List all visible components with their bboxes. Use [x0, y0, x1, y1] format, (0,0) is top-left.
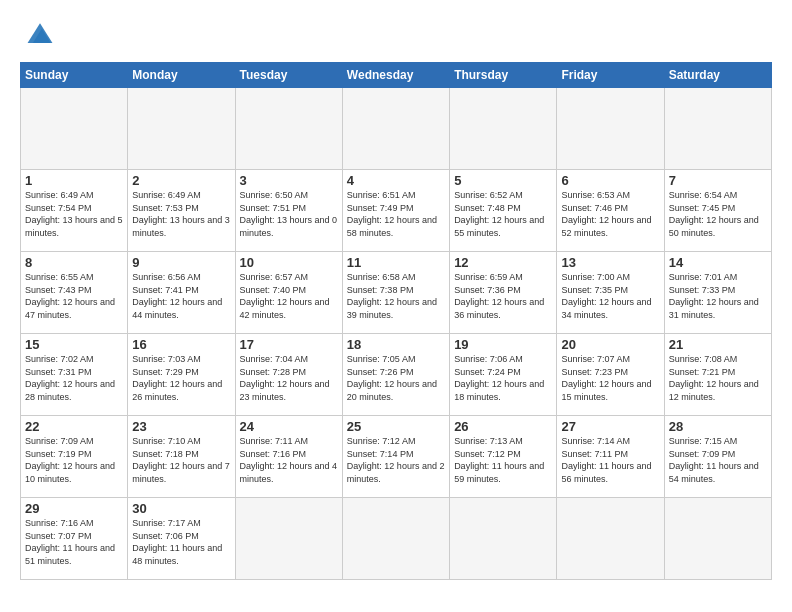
header-cell-wednesday: Wednesday — [342, 63, 449, 88]
day-number: 8 — [25, 255, 123, 270]
day-cell: 17Sunrise: 7:04 AMSunset: 7:28 PMDayligh… — [235, 334, 342, 416]
day-cell: 3Sunrise: 6:50 AMSunset: 7:51 PMDaylight… — [235, 170, 342, 252]
day-number: 28 — [669, 419, 767, 434]
week-row-1: 1Sunrise: 6:49 AMSunset: 7:54 PMDaylight… — [21, 170, 772, 252]
day-cell: 19Sunrise: 7:06 AMSunset: 7:24 PMDayligh… — [450, 334, 557, 416]
day-cell: 27Sunrise: 7:14 AMSunset: 7:11 PMDayligh… — [557, 416, 664, 498]
day-info: Sunrise: 7:04 AMSunset: 7:28 PMDaylight:… — [240, 353, 338, 403]
day-info: Sunrise: 6:53 AMSunset: 7:46 PMDaylight:… — [561, 189, 659, 239]
day-number: 22 — [25, 419, 123, 434]
day-number: 6 — [561, 173, 659, 188]
logo-icon — [24, 18, 56, 50]
day-info: Sunrise: 7:03 AMSunset: 7:29 PMDaylight:… — [132, 353, 230, 403]
day-number: 24 — [240, 419, 338, 434]
day-info: Sunrise: 7:06 AMSunset: 7:24 PMDaylight:… — [454, 353, 552, 403]
header-row: SundayMondayTuesdayWednesdayThursdayFrid… — [21, 63, 772, 88]
day-info: Sunrise: 7:15 AMSunset: 7:09 PMDaylight:… — [669, 435, 767, 485]
calendar-table: SundayMondayTuesdayWednesdayThursdayFrid… — [20, 62, 772, 580]
day-number: 9 — [132, 255, 230, 270]
day-info: Sunrise: 7:12 AMSunset: 7:14 PMDaylight:… — [347, 435, 445, 485]
day-cell — [21, 88, 128, 170]
day-cell: 4Sunrise: 6:51 AMSunset: 7:49 PMDaylight… — [342, 170, 449, 252]
day-number: 13 — [561, 255, 659, 270]
day-cell — [450, 498, 557, 580]
day-cell — [128, 88, 235, 170]
header-cell-saturday: Saturday — [664, 63, 771, 88]
logo — [20, 18, 56, 50]
day-number: 25 — [347, 419, 445, 434]
day-info: Sunrise: 6:49 AMSunset: 7:53 PMDaylight:… — [132, 189, 230, 239]
day-cell: 16Sunrise: 7:03 AMSunset: 7:29 PMDayligh… — [128, 334, 235, 416]
header — [20, 18, 772, 50]
day-info: Sunrise: 6:59 AMSunset: 7:36 PMDaylight:… — [454, 271, 552, 321]
day-cell: 21Sunrise: 7:08 AMSunset: 7:21 PMDayligh… — [664, 334, 771, 416]
day-number: 10 — [240, 255, 338, 270]
day-info: Sunrise: 7:02 AMSunset: 7:31 PMDaylight:… — [25, 353, 123, 403]
day-number: 18 — [347, 337, 445, 352]
day-cell — [664, 88, 771, 170]
day-number: 3 — [240, 173, 338, 188]
day-cell: 2Sunrise: 6:49 AMSunset: 7:53 PMDaylight… — [128, 170, 235, 252]
day-cell: 24Sunrise: 7:11 AMSunset: 7:16 PMDayligh… — [235, 416, 342, 498]
week-row-2: 8Sunrise: 6:55 AMSunset: 7:43 PMDaylight… — [21, 252, 772, 334]
day-info: Sunrise: 7:01 AMSunset: 7:33 PMDaylight:… — [669, 271, 767, 321]
day-number: 17 — [240, 337, 338, 352]
page: SundayMondayTuesdayWednesdayThursdayFrid… — [0, 0, 792, 590]
day-cell: 15Sunrise: 7:02 AMSunset: 7:31 PMDayligh… — [21, 334, 128, 416]
day-info: Sunrise: 6:50 AMSunset: 7:51 PMDaylight:… — [240, 189, 338, 239]
day-number: 12 — [454, 255, 552, 270]
day-cell: 7Sunrise: 6:54 AMSunset: 7:45 PMDaylight… — [664, 170, 771, 252]
day-number: 2 — [132, 173, 230, 188]
day-cell — [235, 88, 342, 170]
day-cell: 22Sunrise: 7:09 AMSunset: 7:19 PMDayligh… — [21, 416, 128, 498]
week-row-3: 15Sunrise: 7:02 AMSunset: 7:31 PMDayligh… — [21, 334, 772, 416]
day-cell: 26Sunrise: 7:13 AMSunset: 7:12 PMDayligh… — [450, 416, 557, 498]
header-cell-monday: Monday — [128, 63, 235, 88]
day-info: Sunrise: 7:00 AMSunset: 7:35 PMDaylight:… — [561, 271, 659, 321]
day-number: 14 — [669, 255, 767, 270]
header-cell-sunday: Sunday — [21, 63, 128, 88]
day-cell: 10Sunrise: 6:57 AMSunset: 7:40 PMDayligh… — [235, 252, 342, 334]
day-number: 19 — [454, 337, 552, 352]
day-number: 23 — [132, 419, 230, 434]
day-number: 21 — [669, 337, 767, 352]
header-cell-thursday: Thursday — [450, 63, 557, 88]
day-info: Sunrise: 7:07 AMSunset: 7:23 PMDaylight:… — [561, 353, 659, 403]
day-cell: 23Sunrise: 7:10 AMSunset: 7:18 PMDayligh… — [128, 416, 235, 498]
day-cell: 12Sunrise: 6:59 AMSunset: 7:36 PMDayligh… — [450, 252, 557, 334]
week-row-0 — [21, 88, 772, 170]
day-info: Sunrise: 7:10 AMSunset: 7:18 PMDaylight:… — [132, 435, 230, 485]
day-cell — [342, 88, 449, 170]
day-cell: 5Sunrise: 6:52 AMSunset: 7:48 PMDaylight… — [450, 170, 557, 252]
day-number: 7 — [669, 173, 767, 188]
day-cell: 25Sunrise: 7:12 AMSunset: 7:14 PMDayligh… — [342, 416, 449, 498]
day-cell: 28Sunrise: 7:15 AMSunset: 7:09 PMDayligh… — [664, 416, 771, 498]
day-info: Sunrise: 7:08 AMSunset: 7:21 PMDaylight:… — [669, 353, 767, 403]
day-cell: 30Sunrise: 7:17 AMSunset: 7:06 PMDayligh… — [128, 498, 235, 580]
week-row-4: 22Sunrise: 7:09 AMSunset: 7:19 PMDayligh… — [21, 416, 772, 498]
day-number: 26 — [454, 419, 552, 434]
day-cell — [235, 498, 342, 580]
day-cell — [450, 88, 557, 170]
day-cell: 11Sunrise: 6:58 AMSunset: 7:38 PMDayligh… — [342, 252, 449, 334]
day-number: 4 — [347, 173, 445, 188]
day-cell: 13Sunrise: 7:00 AMSunset: 7:35 PMDayligh… — [557, 252, 664, 334]
day-info: Sunrise: 6:55 AMSunset: 7:43 PMDaylight:… — [25, 271, 123, 321]
day-cell: 1Sunrise: 6:49 AMSunset: 7:54 PMDaylight… — [21, 170, 128, 252]
day-number: 30 — [132, 501, 230, 516]
day-cell: 18Sunrise: 7:05 AMSunset: 7:26 PMDayligh… — [342, 334, 449, 416]
day-number: 15 — [25, 337, 123, 352]
day-cell — [342, 498, 449, 580]
day-number: 1 — [25, 173, 123, 188]
day-cell — [664, 498, 771, 580]
day-info: Sunrise: 6:56 AMSunset: 7:41 PMDaylight:… — [132, 271, 230, 321]
day-cell: 14Sunrise: 7:01 AMSunset: 7:33 PMDayligh… — [664, 252, 771, 334]
day-number: 27 — [561, 419, 659, 434]
week-row-5: 29Sunrise: 7:16 AMSunset: 7:07 PMDayligh… — [21, 498, 772, 580]
day-info: Sunrise: 6:58 AMSunset: 7:38 PMDaylight:… — [347, 271, 445, 321]
day-info: Sunrise: 7:05 AMSunset: 7:26 PMDaylight:… — [347, 353, 445, 403]
day-number: 20 — [561, 337, 659, 352]
day-cell — [557, 88, 664, 170]
day-info: Sunrise: 6:52 AMSunset: 7:48 PMDaylight:… — [454, 189, 552, 239]
day-info: Sunrise: 7:17 AMSunset: 7:06 PMDaylight:… — [132, 517, 230, 567]
